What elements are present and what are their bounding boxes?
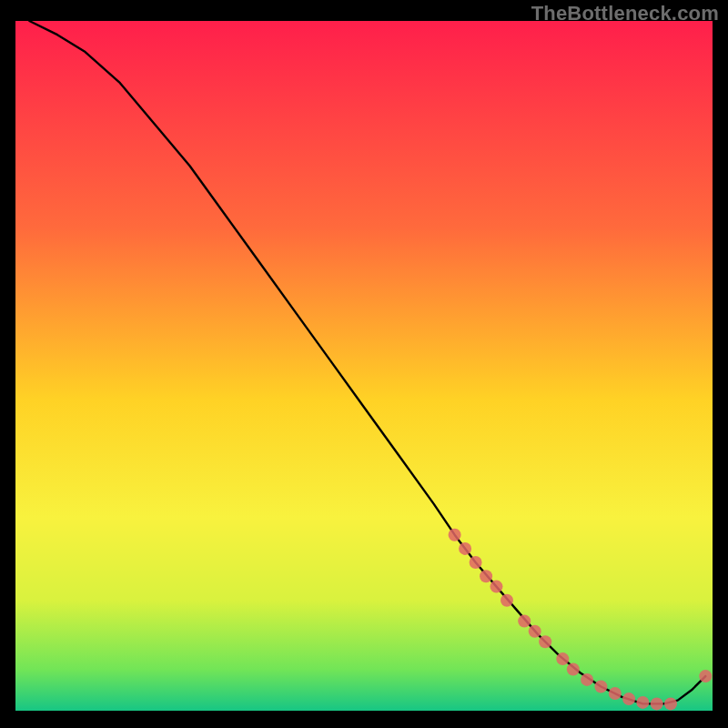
- highlight-dot: [539, 635, 551, 648]
- highlight-dot: [500, 594, 513, 607]
- highlight-dot: [490, 581, 503, 593]
- highlight-dot: [664, 697, 677, 710]
- highlight-dot: [567, 663, 580, 676]
- highlight-dot: [622, 693, 635, 705]
- highlight-dot: [480, 570, 492, 582]
- highlight-dot: [651, 697, 663, 710]
- highlight-dot: [594, 681, 607, 693]
- highlight-dot: [556, 652, 569, 665]
- highlight-dot: [581, 673, 593, 686]
- watermark-label: TheBottleneck.com: [531, 2, 719, 25]
- plot-background: [15, 21, 713, 711]
- highlight-dot: [699, 670, 712, 682]
- highlight-dot: [609, 687, 622, 700]
- highlight-dot: [470, 556, 482, 569]
- highlight-dot: [636, 696, 649, 709]
- highlight-dot: [529, 625, 541, 638]
- highlight-dot: [459, 542, 471, 555]
- chart-svg: [0, 0, 728, 728]
- chart-stage: TheBottleneck.com: [0, 0, 728, 728]
- highlight-dot: [518, 615, 531, 628]
- highlight-dot: [449, 529, 461, 541]
